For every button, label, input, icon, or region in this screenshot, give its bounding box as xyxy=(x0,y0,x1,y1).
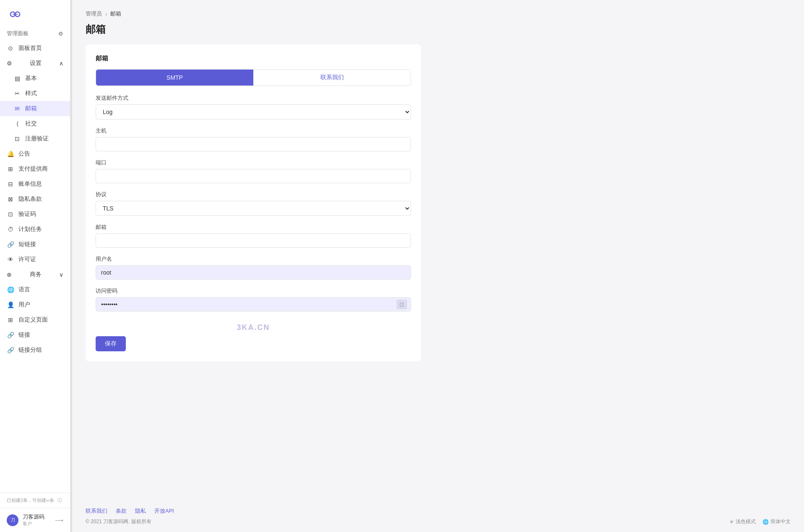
sidebar-item-social[interactable]: ⟨ 社交 xyxy=(0,116,70,131)
sidebar-item-label: 账单信息 xyxy=(18,180,63,188)
watermark: 3KA.CN xyxy=(96,319,411,336)
sidebar-item-language[interactable]: 🌐 语言 xyxy=(0,282,70,297)
port-input[interactable] xyxy=(96,169,411,183)
sidebar-item-label: 链接 xyxy=(18,331,63,339)
basic-icon: ▤ xyxy=(13,75,21,82)
card: 邮箱 SMTP 联系我们 发送邮件方式 Log SMTP Sendmail 主机 xyxy=(86,44,421,361)
sidebar-item-dashboard[interactable]: ⊙ 面板首页 xyxy=(0,41,70,56)
tab-bar: SMTP 联系我们 xyxy=(96,69,411,86)
logout-icon[interactable]: ⟶ xyxy=(55,517,63,524)
form-group-host: 主机 xyxy=(96,127,411,151)
sidebar-item-label: 语言 xyxy=(18,286,63,293)
links-icon: 🔗 xyxy=(7,331,14,339)
sidebar-nav: ⊙ 面板首页 ⚙ 设置 ∧ ▤ 基本 ✂ 样式 ✉ 邮箱 ⟨ 社交 ⊡ 注册验证 xyxy=(0,41,70,493)
sidebar-item-basic[interactable]: ▤ 基本 xyxy=(0,71,70,86)
form-group-protocol: 协议 TLS SSL None xyxy=(96,191,411,216)
custom-pages-icon: ⊞ xyxy=(7,316,14,324)
sidebar-item-settings[interactable]: ⚙ 设置 ∧ xyxy=(0,56,70,71)
sidebar-item-announcement[interactable]: 🔔 公告 xyxy=(0,146,70,161)
password-input[interactable] xyxy=(96,297,411,311)
protocol-label: 协议 xyxy=(96,191,411,198)
user-role: 客户 xyxy=(23,521,51,527)
home-icon: ⊙ xyxy=(7,44,14,52)
tasks-icon: ⏱ xyxy=(7,226,14,233)
copyright: © 2021 刀客源码网. 版权所有 xyxy=(86,518,151,525)
breadcrumb-parent[interactable]: 管理员 xyxy=(86,10,102,18)
form-group-email: 邮箱 xyxy=(96,223,411,248)
business-icon: ⊕ xyxy=(7,271,12,278)
sun-icon: ☀ xyxy=(729,519,734,525)
sidebar-item-tasks[interactable]: ⏱ 计划任务 xyxy=(0,222,70,237)
sidebar-item-business[interactable]: ⊕ 商务 ∨ xyxy=(0,267,70,282)
sidebar-item-label: 注册验证 xyxy=(25,135,63,143)
breadcrumb: 管理员 › 邮箱 xyxy=(86,10,791,18)
password-toggle-button[interactable]: ⊡ xyxy=(397,300,407,309)
page-title: 邮箱 xyxy=(86,23,791,36)
password-label: 访问密码 xyxy=(96,287,411,295)
port-label: 端口 xyxy=(96,159,411,166)
sidebar-header: 管理面板 ⚙ xyxy=(0,26,70,41)
sidebar-item-links[interactable]: 🔗 链接 xyxy=(0,327,70,343)
info-icon: ⓘ xyxy=(57,497,62,503)
sidebar-item-captcha[interactable]: ⊡ 验证码 xyxy=(0,207,70,222)
theme-toggle[interactable]: ☀ 浅色模式 xyxy=(729,518,756,525)
footer-link-terms[interactable]: 条款 xyxy=(116,507,127,515)
sidebar-item-label: 社交 xyxy=(25,120,63,127)
sidebar-item-license[interactable]: 👁 许可证 xyxy=(0,252,70,267)
sidebar-footer: 已创建2条，可创建∞条 ⓘ xyxy=(0,493,70,508)
sidebar-item-shortlinks[interactable]: 🔗 短链接 xyxy=(0,237,70,252)
sidebar-item-label: 商务 xyxy=(30,271,42,278)
host-input[interactable] xyxy=(96,137,411,151)
sidebar-item-label: 隐私条款 xyxy=(18,195,63,203)
chevron-up-icon: ∧ xyxy=(59,60,63,67)
mail-icon: ✉ xyxy=(13,105,21,112)
sidebar-item-style[interactable]: ✂ 样式 xyxy=(0,86,70,101)
language-icon: 🌐 xyxy=(7,286,14,293)
billing-icon: ⊟ xyxy=(7,180,14,188)
footer: 联系我们 条款 隐私 开放API © 2021 刀客源码网. 版权所有 ☀ 浅色… xyxy=(72,501,804,532)
email-label: 邮箱 xyxy=(96,223,411,231)
form-group-port: 端口 xyxy=(96,159,411,183)
footer-link-contact[interactable]: 联系我们 xyxy=(86,507,107,515)
sidebar-item-label: 基本 xyxy=(25,75,63,82)
sidebar-item-billing[interactable]: ⊟ 账单信息 xyxy=(0,176,70,192)
sidebar-item-custom-pages[interactable]: ⊞ 自定义页面 xyxy=(0,312,70,327)
sidebar-item-registration[interactable]: ⊡ 注册验证 xyxy=(0,131,70,146)
form-group-username: 用户名 xyxy=(96,255,411,280)
sidebar-item-payment[interactable]: ⊞ 支付提供商 xyxy=(0,161,70,176)
language-toggle[interactable]: 🌐 简体中文 xyxy=(762,518,791,525)
social-icon: ⟨ xyxy=(13,120,21,127)
payment-icon: ⊞ xyxy=(7,165,14,173)
footer-link-privacy[interactable]: 隐私 xyxy=(135,507,146,515)
license-icon: 👁 xyxy=(7,256,14,263)
username-input[interactable] xyxy=(96,265,411,280)
tab-contact[interactable]: 联系我们 xyxy=(253,70,411,86)
privacy-icon: ⊠ xyxy=(7,195,14,203)
sidebar-item-link-groups[interactable]: 🔗 链接分组 xyxy=(0,343,70,358)
footer-links: 联系我们 条款 隐私 开放API xyxy=(86,507,791,515)
theme-label: 浅色模式 xyxy=(736,518,756,525)
sidebar-item-label: 短链接 xyxy=(18,241,63,248)
sidebar-item-label: 面板首页 xyxy=(18,44,63,52)
send-method-select[interactable]: Log SMTP Sendmail xyxy=(96,104,411,119)
sidebar-item-mailbox[interactable]: ✉ 邮箱 xyxy=(0,101,70,116)
sidebar-item-label: 用户 xyxy=(18,301,63,309)
sidebar-item-label: 许可证 xyxy=(18,256,63,263)
sidebar-item-label: 自定义页面 xyxy=(18,316,63,324)
chevron-down-icon: ∨ xyxy=(59,271,63,278)
form-group-password: 访问密码 ⊡ xyxy=(96,287,411,311)
email-input[interactable] xyxy=(96,234,411,248)
footer-link-api[interactable]: 开放API xyxy=(154,507,174,515)
sidebar-item-users[interactable]: 👤 用户 xyxy=(0,297,70,312)
sidebar: 管理面板 ⚙ ⊙ 面板首页 ⚙ 设置 ∧ ▤ 基本 ✂ 样式 ✉ 邮箱 ⟨ 社交 xyxy=(0,0,70,532)
save-button[interactable]: 保存 xyxy=(96,336,126,351)
settings-icon[interactable]: ⚙ xyxy=(58,31,63,37)
tab-smtp[interactable]: SMTP xyxy=(96,70,253,86)
protocol-select[interactable]: TLS SSL None xyxy=(96,201,411,216)
sidebar-item-label: 公告 xyxy=(18,150,63,158)
host-label: 主机 xyxy=(96,127,411,135)
footer-bottom: © 2021 刀客源码网. 版权所有 ☀ 浅色模式 🌐 简体中文 xyxy=(86,518,791,525)
user-name: 刀客源码 xyxy=(23,513,51,521)
sidebar-item-privacy[interactable]: ⊠ 隐私条款 xyxy=(0,192,70,207)
card-section-title: 邮箱 xyxy=(96,54,411,62)
